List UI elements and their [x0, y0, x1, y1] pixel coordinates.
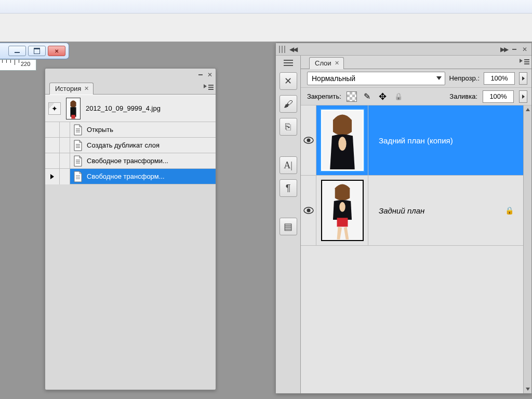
clone-source-icon[interactable]: ⎘: [280, 118, 297, 136]
scroll-up-icon[interactable]: [524, 105, 531, 114]
opacity-input[interactable]: 100%: [484, 72, 515, 85]
layer-scrollbar[interactable]: [523, 105, 531, 393]
right-dock: ◀◀ ▶▶ ✕ ✕ 🖌 ⎘ A| ¶ ▤ Слои ✕: [275, 43, 532, 394]
layers-panel: Слои ✕ Нормальный Непрозр.: 100% Закрепи…: [301, 56, 531, 393]
panel-menu-icon[interactable]: [204, 83, 214, 91]
layer-comps-icon[interactable]: ▤: [280, 218, 297, 235]
step-icon: [72, 155, 84, 167]
ruler-fragment: 220: [0, 59, 36, 71]
layer-row[interactable]: Задний план (копия): [301, 105, 523, 176]
history-step-current[interactable]: Свободное трансформ...: [45, 169, 216, 184]
fill-input[interactable]: 100%: [483, 90, 514, 103]
app-titlebar: [0, 0, 532, 14]
history-step[interactable]: Создать дубликат слоя: [45, 138, 216, 153]
close-panel-icon[interactable]: ✕: [206, 71, 214, 78]
eye-icon: [303, 137, 314, 144]
layers-tabbar: Слои ✕: [301, 56, 531, 69]
close-button[interactable]: ✕: [48, 46, 65, 56]
step-label: Создать дубликат слоя: [87, 141, 159, 149]
tool-options-icon[interactable]: ✕: [280, 72, 297, 90]
dock-grip[interactable]: ◀◀ ▶▶ ✕: [276, 43, 531, 56]
history-step[interactable]: Свободное трансформи...: [45, 153, 216, 169]
blend-opacity-row: Нормальный Непрозр.: 100%: [301, 69, 531, 88]
character-panel-icon[interactable]: A|: [280, 156, 297, 174]
snapshot-filename: 2012_10_09_9999_4.jpg: [86, 104, 161, 112]
layer-thumbnail[interactable]: [321, 110, 364, 171]
history-snapshot[interactable]: ✦ 2012_10_09_9999_4.jpg: [45, 95, 216, 122]
tab-close-icon[interactable]: ✕: [335, 60, 339, 66]
lock-position-icon[interactable]: [378, 91, 388, 102]
collapse-icon[interactable]: [511, 46, 518, 53]
fill-flyout-icon[interactable]: [519, 90, 527, 103]
layer-thumbnail[interactable]: [321, 180, 364, 241]
visibility-toggle[interactable]: [301, 105, 316, 175]
close-panel-icon[interactable]: ✕: [521, 46, 528, 53]
visibility-toggle[interactable]: [301, 176, 316, 245]
history-brush-icon[interactable]: ✦: [48, 102, 61, 115]
history-step[interactable]: Открыть: [45, 122, 216, 138]
svg-rect-26: [337, 218, 348, 227]
scroll-down-icon[interactable]: [524, 385, 531, 393]
tab-label: Слои: [315, 59, 331, 67]
step-label: Открыть: [87, 126, 113, 134]
maximize-button[interactable]: [28, 46, 46, 56]
layer-row[interactable]: Задний план 🔒: [301, 176, 523, 246]
strip-menu-icon[interactable]: [284, 60, 293, 66]
tab-label: История: [55, 85, 81, 92]
blend-mode-select[interactable]: Нормальный: [307, 72, 445, 85]
svg-rect-3: [71, 115, 75, 118]
history-panel: ✕ История ✕ ✦ 2012_10_09_9999_4.jpg Откр…: [45, 68, 216, 390]
lock-indicator-icon: 🔒: [505, 206, 514, 215]
step-icon: [72, 140, 84, 151]
brushes-icon[interactable]: 🖌: [280, 95, 297, 113]
opacity-flyout-icon[interactable]: [519, 72, 527, 85]
lock-all-icon[interactable]: [393, 91, 404, 102]
panel-menu-icon[interactable]: [520, 58, 529, 66]
paragraph-panel-icon[interactable]: ¶: [280, 179, 297, 197]
document-window-controls: ✕: [0, 43, 69, 59]
layer-list: Задний план (копия) Задний план: [301, 105, 531, 393]
blend-mode-value: Нормальный: [312, 74, 355, 83]
minimize-button[interactable]: [8, 46, 26, 56]
options-bar-area: [0, 14, 532, 42]
tab-history[interactable]: История ✕: [49, 83, 94, 95]
step-label: Свободное трансформи...: [87, 157, 168, 165]
current-step-indicator-icon: [50, 174, 54, 179]
lock-label: Закрепить:: [307, 92, 341, 100]
svg-point-20: [338, 137, 346, 151]
tab-close-icon[interactable]: ✕: [84, 85, 89, 92]
dock-nav-right-icon[interactable]: ▶▶: [500, 46, 508, 53]
lock-transparency-icon[interactable]: [347, 91, 357, 102]
history-panel-header[interactable]: ✕: [45, 69, 216, 81]
dock-nav-icon[interactable]: ◀◀: [289, 46, 297, 53]
layer-name: Задний план: [379, 206, 424, 215]
collapsed-panel-strip: ✕ 🖌 ⎘ A| ¶ ▤: [276, 56, 301, 393]
lock-fill-row: Закрепить: Заливка: 100%: [301, 88, 531, 105]
step-icon: [72, 124, 84, 136]
lock-pixels-icon[interactable]: [362, 91, 373, 102]
opacity-label: Непрозр.:: [449, 74, 480, 82]
history-tabbar: История ✕: [45, 81, 216, 95]
fill-label: Заливка:: [449, 92, 477, 100]
svg-point-22: [307, 209, 310, 212]
svg-point-17: [307, 139, 310, 142]
svg-point-25: [339, 202, 345, 212]
snapshot-thumbnail: [66, 98, 81, 119]
eye-icon: [303, 207, 314, 214]
ruler-mark: 220: [21, 61, 30, 67]
layer-name: Задний план (копия): [379, 136, 453, 145]
step-icon: [72, 171, 84, 182]
dropdown-caret-icon: [436, 76, 442, 80]
step-label: Свободное трансформ...: [87, 172, 165, 180]
tab-layers[interactable]: Слои ✕: [309, 57, 344, 69]
collapse-icon[interactable]: [197, 71, 204, 78]
